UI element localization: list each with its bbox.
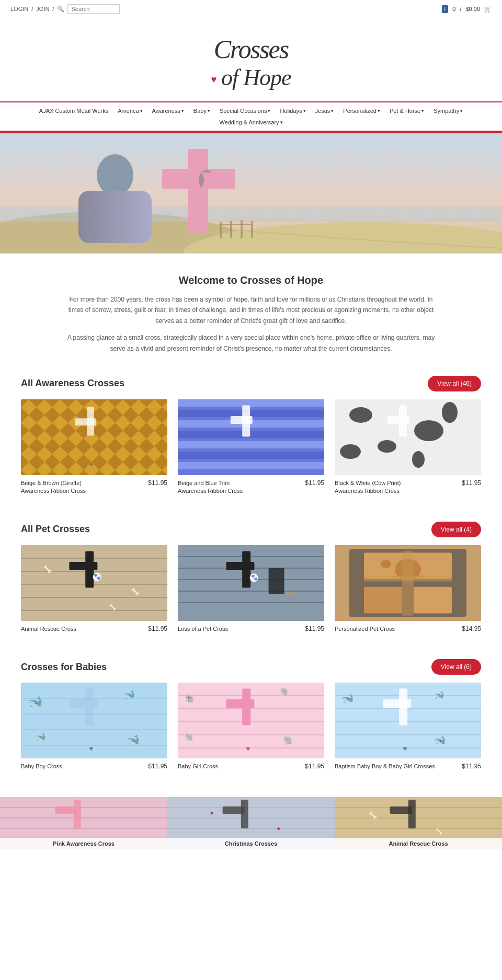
nav-item-personalized[interactable]: Personalized ▾: [339, 106, 384, 116]
svg-point-4: [97, 154, 133, 196]
svg-rect-118: [74, 800, 81, 828]
nav-item-special[interactable]: Special Occasions ▾: [215, 106, 275, 116]
svg-rect-40: [387, 416, 409, 424]
svg-text:♥: ♥: [89, 462, 93, 467]
pet-view-all-button[interactable]: View all (4): [431, 522, 481, 537]
svg-rect-27: [178, 441, 324, 448]
product-info: Beige & Brown (Giraffe)Awareness Ribbon …: [21, 479, 167, 495]
svg-rect-87: [178, 683, 324, 758]
svg-point-34: [414, 420, 443, 441]
logo-heart: ♥: [211, 74, 216, 85]
svg-point-36: [442, 402, 458, 423]
svg-text:🐾: 🐾: [251, 574, 258, 581]
welcome-title: Welcome to Crosses of Hope: [63, 274, 439, 286]
svg-rect-101: [335, 683, 481, 758]
chevron-down-icon: ▾: [378, 108, 380, 113]
nav-item-awareness[interactable]: Awareness ▾: [148, 106, 188, 116]
product-card[interactable]: 🐾 🦴 🦴 🦴 Animal Rescue Cross $11.95: [21, 545, 167, 633]
product-card[interactable]: 🐾 HOBIBLE Loss of a Pet Cross $11.95: [178, 545, 324, 633]
cow-pattern: [335, 399, 481, 475]
product-image: ♥: [21, 399, 167, 475]
product-info: Animal Rescue Cross $11.95: [21, 625, 167, 633]
search-icon: 🔍: [57, 6, 64, 13]
product-info: Baptism Baby Boy & Baby Girl Crosses $11…: [335, 763, 481, 770]
chevron-down-icon: ▾: [421, 108, 424, 113]
product-image: 🐾 HOBIBLE: [178, 545, 324, 621]
svg-rect-64: [269, 568, 284, 594]
svg-text:🐾: 🐾: [93, 572, 101, 580]
cart-icon[interactable]: 🛒: [484, 6, 492, 13]
svg-rect-135: [390, 806, 412, 814]
svg-text:🐋: 🐋: [342, 693, 354, 704]
nav-item-baby[interactable]: Baby ▾: [189, 106, 214, 116]
personalized-pet-image: [335, 545, 481, 621]
svg-rect-75: [21, 683, 167, 758]
svg-rect-48: [69, 562, 97, 570]
facebook-icon[interactable]: f: [442, 5, 449, 13]
product-image: [178, 399, 324, 475]
svg-text:🐘: 🐘: [280, 687, 290, 696]
nav-item-holidays[interactable]: Holidays ▾: [276, 106, 310, 116]
animal-rescue-image: 🐾 🦴 🦴 🦴: [21, 545, 167, 621]
product-price: $11.95: [148, 625, 167, 632]
chevron-down-icon: ▾: [331, 108, 334, 113]
product-name: Black & White (Cow Print)Awareness Ribbo…: [335, 479, 462, 495]
awareness-view-all-button[interactable]: View all (46): [428, 376, 481, 391]
svg-rect-29: [178, 462, 324, 469]
logo[interactable]: Crosses ♥ of Hope: [200, 29, 301, 96]
svg-text:✦: ✦: [276, 825, 281, 833]
baby-product-grid: 🐋 🐋 🐋 🐋 ♥ Baby Boy Cross $11.: [21, 683, 481, 770]
logo-line2: ♥ of Hope: [211, 64, 291, 91]
thumb-label: Pink Awareness Cross: [0, 838, 167, 849]
svg-rect-6: [188, 149, 208, 233]
svg-text:🦴: 🦴: [435, 827, 443, 835]
baby-view-all-button[interactable]: View all (6): [431, 659, 481, 675]
svg-text:♥: ♥: [89, 744, 93, 753]
baby-section-title: Crosses for Babies: [21, 662, 107, 673]
product-name: Beige & Brown (Giraffe)Awareness Ribbon …: [21, 479, 148, 495]
thumb-label: Animal Rescue Cross: [335, 838, 502, 849]
nav-item-america[interactable]: America ▾: [113, 106, 146, 116]
thumb-pink-awareness[interactable]: Pink Awareness Cross: [0, 797, 167, 849]
chevron-down-icon: ▾: [303, 108, 306, 113]
product-card[interactable]: 🐋 🐋 🐋 ♥ Baptism Baby Boy & Baby Girl Cro…: [335, 683, 481, 770]
chevron-down-icon: ▾: [140, 108, 143, 113]
product-card[interactable]: Beige and Blue TrimAwareness Ribbon Cros…: [178, 399, 324, 495]
product-card[interactable]: ♥ Beige & Brown (Giraffe)Awareness Ribbo…: [21, 399, 167, 495]
cart-separator: /: [460, 6, 461, 12]
product-card[interactable]: 🐘 🐘 🐘 🐘 ♥ Baby Girl Cross $11.95: [178, 683, 324, 770]
product-price: $11.95: [305, 763, 324, 770]
thumb-animal-rescue[interactable]: 🦴 🦴 Animal Rescue Cross: [335, 797, 502, 849]
join-link[interactable]: JOIN: [36, 6, 49, 12]
search-input[interactable]: [67, 4, 120, 14]
nav-item-pet[interactable]: Pet & Horse ▾: [385, 106, 428, 116]
chevron-down-icon: ▾: [268, 108, 270, 113]
nav-item-wedding[interactable]: Wedding & Anniversary ▾: [215, 117, 287, 128]
svg-rect-9: [230, 221, 232, 238]
baby-section-header: Crosses for Babies View all (6): [0, 659, 502, 675]
product-info: Baby Girl Cross $11.95: [178, 763, 324, 770]
product-image: [335, 545, 481, 621]
svg-text:🐋: 🐋: [434, 734, 446, 746]
product-card[interactable]: Personalized Pet Cross $14.95: [335, 545, 481, 633]
product-info: Baby Boy Cross $11.95: [21, 763, 167, 770]
login-link[interactable]: LOGIN: [10, 6, 28, 12]
baptism-image: 🐋 🐋 🐋 ♥: [335, 683, 481, 758]
svg-text:🐋: 🐋: [434, 690, 444, 700]
svg-text:🐋: 🐋: [28, 695, 43, 709]
nav-item-ajax[interactable]: AJAX Custom Metal Werks: [35, 106, 112, 116]
nav-item-sympathy[interactable]: Sympathy ▾: [429, 106, 467, 116]
product-card[interactable]: Black & White (Cow Print)Awareness Ribbo…: [335, 399, 481, 495]
svg-text:🐘: 🐘: [283, 735, 294, 745]
svg-rect-81: [69, 699, 97, 708]
awareness-product-grid: ♥ Beige & Brown (Giraffe)Awareness Ribbo…: [21, 399, 481, 495]
svg-text:♥: ♥: [403, 744, 407, 753]
svg-rect-99: [226, 699, 254, 708]
awareness-section-title: All Awareness Crosses: [21, 378, 124, 389]
thumb-christmas[interactable]: ✦ ✦ Christmas Crosses: [167, 797, 335, 849]
svg-text:🦴: 🦴: [43, 564, 52, 573]
svg-rect-20: [75, 418, 96, 425]
product-card[interactable]: 🐋 🐋 🐋 🐋 ♥ Baby Boy Cross $11.: [21, 683, 167, 770]
nav-item-jesus[interactable]: Jesus ▾: [311, 106, 338, 116]
svg-text:🐋: 🐋: [36, 732, 46, 742]
